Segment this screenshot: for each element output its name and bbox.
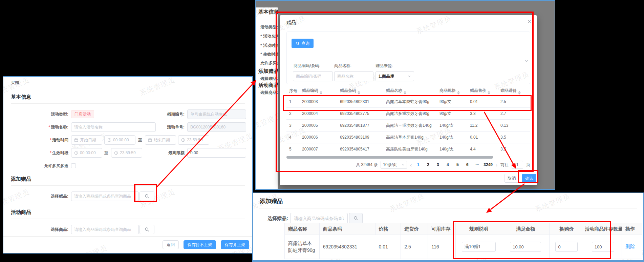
- page-4[interactable]: 4: [444, 162, 451, 167]
- goto-page-input[interactable]: [512, 161, 523, 169]
- end-date-picker[interactable]: 结束日期: [145, 135, 176, 145]
- col-gift-name: 赠品名称: [285, 223, 320, 235]
- swap-price-input[interactable]: [555, 242, 578, 252]
- cancel-button[interactable]: 取消: [505, 174, 519, 183]
- col-sale-price[interactable]: 赠品售价: [470, 88, 500, 95]
- start-time-value: 00:00:00: [113, 138, 129, 142]
- delete-link[interactable]: 删除: [625, 244, 635, 250]
- gift-source-select[interactable]: 1.商品库: [375, 71, 414, 81]
- sort-icon[interactable]: [404, 91, 406, 95]
- page-2[interactable]: 2: [425, 162, 431, 167]
- save-publish-button[interactable]: 保存并上架: [221, 240, 249, 249]
- goods-search-button[interactable]: [139, 225, 154, 234]
- section-basic-info-heading: 基本信息: [11, 94, 31, 100]
- schedule-no-label: 档期编号:: [132, 109, 185, 119]
- required-asterisk: *: [50, 150, 51, 155]
- col-gift-name[interactable]: 赠品名称: [386, 88, 439, 95]
- sort-icon[interactable]: [488, 91, 490, 95]
- page-6[interactable]: 6: [464, 162, 471, 167]
- col-stock: 可用库存: [428, 223, 456, 235]
- sort-icon[interactable]: [518, 91, 521, 95]
- multi-buy-checkbox[interactable]: [71, 163, 76, 168]
- end-time-value: 23:59:59: [187, 138, 203, 142]
- rule-input[interactable]: [462, 242, 496, 252]
- end-time-picker[interactable]: 23:59:59: [178, 135, 209, 145]
- query-button[interactable]: 查询: [292, 39, 314, 48]
- start-time-picker[interactable]: 00:00:00: [104, 135, 135, 145]
- backdrop-activity-goods-heading: 活动商品: [258, 82, 279, 88]
- sort-icon[interactable]: [457, 91, 460, 95]
- backdrop-select-goods-label: 选择商品:: [260, 90, 278, 96]
- chevron-down-icon: [408, 75, 411, 78]
- prev-page-button[interactable]: ‹: [410, 162, 412, 168]
- back-button[interactable]: 返回: [163, 240, 179, 249]
- calendar-icon: [74, 138, 78, 142]
- next-page-button[interactable]: ›: [496, 162, 497, 168]
- goto-unit: 页: [526, 162, 530, 168]
- activity-stock-input[interactable]: [592, 242, 614, 252]
- gift-table: 序号 赠品编码 赠品条码 赠品名称 商品规格 赠品售价 赠品进价 1200000…: [286, 86, 530, 155]
- collapse-chevron-icon[interactable]: [524, 59, 529, 63]
- sort-icon[interactable]: [320, 91, 322, 95]
- select-gift-label: 选择赠品:: [24, 192, 68, 201]
- backdrop-select-gift-label: 选择赠品:: [260, 76, 278, 82]
- horizontal-scrollbar[interactable]: [286, 156, 530, 159]
- backdrop-activity-type-label: 活动类型:: [260, 24, 278, 30]
- table-row[interactable]: 220000046920354802775高露洁多重功效牙膏90g90g/支3.…: [286, 108, 530, 120]
- gift-table-header: 序号 赠品编码 赠品条码 赠品名称 商品规格 赠品售价 赠品进价: [286, 86, 530, 96]
- amount-input[interactable]: [510, 242, 541, 252]
- select-gift-input[interactable]: [290, 213, 348, 224]
- table-row[interactable]: 120000036920354802331高露洁草本防蛀牙膏90g90g/支0.…: [286, 96, 530, 108]
- col-gift-code[interactable]: 赠品编码: [302, 88, 340, 95]
- col-cost-price[interactable]: 赠品进价: [500, 88, 530, 95]
- select-goods-input[interactable]: [71, 225, 139, 234]
- sort-icon[interactable]: [358, 91, 360, 95]
- divider: [11, 219, 245, 219]
- page-3[interactable]: 3: [434, 162, 441, 167]
- start-date-picker[interactable]: 开始日期: [71, 135, 102, 145]
- gift-price: 0.01: [375, 235, 401, 259]
- gift-dialog: 系统管理员系统管理员系统管理员系统管理员系统管理员系统管理员 赠品 × 查询 商…: [280, 15, 537, 185]
- activity-no-label: 活动单号:: [132, 122, 185, 132]
- col-index: 序号: [286, 88, 302, 94]
- end-date-placeholder: 结束日期: [154, 137, 170, 143]
- start-date-placeholder: 开始日期: [80, 137, 96, 143]
- to-label: 至: [104, 148, 108, 158]
- chevron-down-icon: [402, 163, 405, 166]
- select-goods-label: 选择商品:: [24, 225, 68, 234]
- col-spec[interactable]: 商品规格: [439, 88, 470, 95]
- table-row[interactable]: 420000066920354803109高露洁草本牙膏140g140g/支0.…: [286, 132, 530, 143]
- table-row[interactable]: 520000076920354805417高露防蛀美白牙膏140g140g/支4…: [286, 143, 530, 155]
- added-gift-table-header: 赠品名称 商品条码 价格 进货价 可用库存 规则说明 满足金额 换购价 活动商品…: [285, 223, 642, 235]
- gift-source-value: 1.商品库: [379, 74, 394, 79]
- max-limit-label: 最高限额: [132, 148, 185, 158]
- select-gift-label: 选择赠品:: [267, 213, 288, 224]
- scrollbar-thumb[interactable]: [286, 156, 493, 159]
- filter-code-input[interactable]: [293, 71, 333, 81]
- effective-start-value: 00:00:00: [80, 150, 96, 155]
- col-gift-barcode[interactable]: 赠品条码: [340, 88, 386, 95]
- page-1[interactable]: 1: [415, 162, 422, 167]
- col-amount: 满足金额: [502, 223, 550, 235]
- multi-buy-label: 允许多买多送: [24, 161, 68, 170]
- max-limit-input[interactable]: [187, 148, 246, 158]
- close-icon[interactable]: ×: [528, 19, 531, 25]
- confirm-button[interactable]: 确认: [522, 174, 536, 183]
- backdrop-activity-time-label: * 活动时间: [260, 43, 279, 48]
- gift-search-button[interactable]: [349, 213, 363, 224]
- gift-name: 高露洁草本防蛀牙膏90g: [288, 240, 316, 254]
- last-page[interactable]: 3249: [484, 162, 493, 167]
- table-row[interactable]: 320000056920354801877高露洁三重功效牙膏140g140g/支…: [286, 120, 530, 132]
- select-gift-input[interactable]: [71, 192, 139, 201]
- gift-search-button[interactable]: [139, 192, 154, 201]
- effective-start-picker[interactable]: 00:00:00: [71, 148, 102, 158]
- page-size-select[interactable]: 10条/页: [381, 161, 407, 169]
- filter-name-input[interactable]: [334, 71, 373, 81]
- modal-overlay: [256, 1, 278, 7]
- save-draft-button[interactable]: 保存暂不上架: [184, 240, 216, 249]
- page-5[interactable]: 5: [454, 162, 461, 167]
- clock-icon: [114, 151, 118, 155]
- pages-ellipsis[interactable]: •••: [474, 163, 480, 166]
- search-icon: [296, 41, 300, 45]
- activity-type-label: 活动类型:: [24, 109, 68, 119]
